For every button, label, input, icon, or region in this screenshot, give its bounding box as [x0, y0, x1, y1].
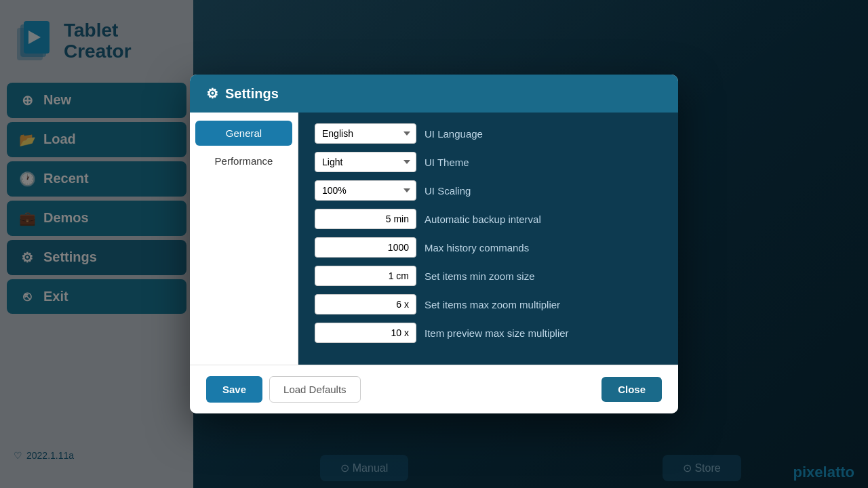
language-control: English Spanish French German	[315, 123, 416, 144]
max-zoom-control	[315, 294, 416, 314]
tab-performance[interactable]: Performance	[195, 148, 292, 174]
modal-content-area: English Spanish French German UI Languag…	[298, 113, 678, 365]
preview-label: Item preview max size multiplier	[425, 327, 662, 339]
history-label: Max history commands	[425, 242, 662, 253]
min-zoom-control	[315, 266, 416, 286]
min-zoom-input[interactable]	[315, 266, 416, 286]
modal-header: ⚙ Settings	[190, 75, 678, 113]
settings-row-max-zoom: Set items max zoom multiplier	[315, 294, 662, 314]
settings-row-min-zoom: Set items min zoom size	[315, 266, 662, 286]
modal-sidebar: General Performance	[190, 113, 298, 365]
language-label: UI Language	[425, 128, 662, 140]
modal-backdrop: ⚙ Settings General Performance English S…	[0, 0, 868, 488]
max-zoom-input[interactable]	[315, 294, 416, 314]
preview-size-input[interactable]	[315, 323, 416, 343]
settings-row-history: Max history commands	[315, 237, 662, 258]
settings-row-language: English Spanish French German UI Languag…	[315, 123, 662, 144]
scaling-control: 75% 100% 125% 150%	[315, 180, 416, 201]
scaling-label: UI Scaling	[425, 185, 662, 197]
settings-row-backup: Automatic backup interval	[315, 209, 662, 229]
preview-control	[315, 323, 416, 343]
ui-scaling-select[interactable]: 75% 100% 125% 150%	[315, 180, 416, 201]
max-zoom-label: Set items max zoom multiplier	[425, 299, 662, 310]
backup-label: Automatic backup interval	[425, 214, 662, 225]
modal-body: General Performance English Spanish Fren…	[190, 113, 678, 365]
settings-row-scaling: 75% 100% 125% 150% UI Scaling	[315, 180, 662, 201]
tab-general[interactable]: General	[195, 121, 292, 146]
theme-control: Light Dark System	[315, 152, 416, 172]
min-zoom-label: Set items min zoom size	[425, 270, 662, 282]
load-defaults-button[interactable]: Load Defaults	[269, 376, 361, 403]
modal-header-icon: ⚙	[206, 85, 218, 102]
save-button[interactable]: Save	[206, 376, 262, 403]
max-history-input[interactable]	[315, 237, 416, 258]
backup-control	[315, 209, 416, 229]
history-control	[315, 237, 416, 258]
close-button[interactable]: Close	[601, 377, 662, 402]
settings-row-theme: Light Dark System UI Theme	[315, 152, 662, 172]
ui-language-select[interactable]: English Spanish French German	[315, 123, 416, 144]
ui-theme-select[interactable]: Light Dark System	[315, 152, 416, 172]
modal-title: Settings	[225, 86, 279, 102]
settings-modal: ⚙ Settings General Performance English S…	[190, 75, 678, 413]
modal-footer: Save Load Defaults Close	[190, 365, 678, 413]
footer-left-buttons: Save Load Defaults	[206, 376, 361, 403]
theme-label: UI Theme	[425, 157, 662, 168]
backup-interval-input[interactable]	[315, 209, 416, 229]
settings-row-preview: Item preview max size multiplier	[315, 323, 662, 343]
